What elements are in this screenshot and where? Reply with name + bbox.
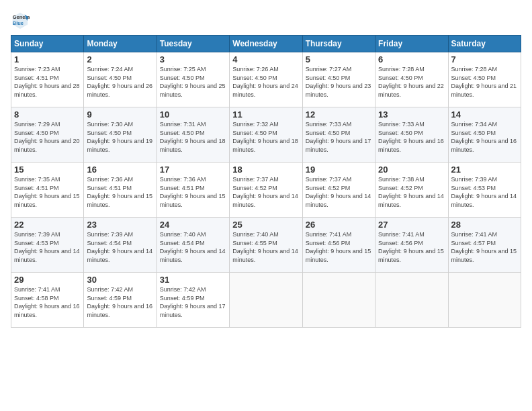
calendar-cell: 26 Sunrise: 7:41 AMSunset: 4:56 PMDaylig…: [302, 218, 375, 273]
calendar-cell: 5 Sunrise: 7:27 AMSunset: 4:50 PMDayligh…: [302, 52, 375, 107]
calendar-week-row: 22 Sunrise: 7:39 AMSunset: 4:53 PMDaylig…: [11, 218, 521, 273]
day-number: 3: [160, 54, 226, 64]
calendar-cell: 17 Sunrise: 7:36 AMSunset: 4:51 PMDaylig…: [157, 163, 229, 218]
day-number: 7: [451, 54, 518, 64]
th-saturday: Saturday: [448, 36, 521, 52]
day-info: Sunrise: 7:31 AMSunset: 4:50 PMDaylight:…: [160, 120, 226, 154]
day-number: 6: [378, 54, 445, 64]
day-info: Sunrise: 7:37 AMSunset: 4:52 PMDaylight:…: [306, 175, 372, 209]
calendar-week-row: 8 Sunrise: 7:29 AMSunset: 4:50 PMDayligh…: [11, 107, 521, 163]
th-wednesday: Wednesday: [230, 36, 302, 52]
calendar-cell: 28 Sunrise: 7:41 AMSunset: 4:57 PMDaylig…: [448, 218, 521, 273]
day-number: 21: [451, 165, 518, 175]
day-info: Sunrise: 7:23 AMSunset: 4:51 PMDaylight:…: [14, 65, 81, 99]
day-info: Sunrise: 7:42 AMSunset: 4:59 PMDaylight:…: [160, 285, 226, 319]
day-number: 4: [232, 54, 299, 64]
calendar-cell: 9 Sunrise: 7:30 AMSunset: 4:50 PMDayligh…: [84, 107, 157, 163]
calendar-cell: [448, 273, 521, 328]
calendar-cell: 31 Sunrise: 7:42 AMSunset: 4:59 PMDaylig…: [157, 273, 229, 328]
calendar-week-row: 29 Sunrise: 7:41 AMSunset: 4:58 PMDaylig…: [11, 273, 521, 328]
day-info: Sunrise: 7:33 AMSunset: 4:50 PMDaylight:…: [306, 120, 372, 154]
calendar-cell: 22 Sunrise: 7:39 AMSunset: 4:53 PMDaylig…: [11, 218, 84, 273]
day-info: Sunrise: 7:37 AMSunset: 4:52 PMDaylight:…: [232, 175, 299, 209]
day-info: Sunrise: 7:28 AMSunset: 4:50 PMDaylight:…: [451, 65, 518, 99]
day-info: Sunrise: 7:38 AMSunset: 4:52 PMDaylight:…: [378, 175, 445, 209]
calendar-cell: 10 Sunrise: 7:31 AMSunset: 4:50 PMDaylig…: [157, 107, 229, 163]
calendar-cell: 18 Sunrise: 7:37 AMSunset: 4:52 PMDaylig…: [230, 163, 302, 218]
calendar-cell: 27 Sunrise: 7:41 AMSunset: 4:56 PMDaylig…: [375, 218, 448, 273]
calendar-cell: 23 Sunrise: 7:39 AMSunset: 4:54 PMDaylig…: [84, 218, 157, 273]
logo-icon: General Blue: [11, 11, 30, 30]
calendar-cell: 4 Sunrise: 7:26 AMSunset: 4:50 PMDayligh…: [230, 52, 302, 107]
day-number: 2: [87, 54, 153, 64]
calendar-cell: 29 Sunrise: 7:41 AMSunset: 4:58 PMDaylig…: [11, 273, 84, 328]
day-info: Sunrise: 7:41 AMSunset: 4:58 PMDaylight:…: [14, 285, 81, 319]
day-info: Sunrise: 7:26 AMSunset: 4:50 PMDaylight:…: [232, 65, 299, 99]
logo: General Blue: [11, 11, 32, 30]
calendar-cell: 1 Sunrise: 7:23 AMSunset: 4:51 PMDayligh…: [11, 52, 84, 107]
calendar-container: General Blue Sunday Monday Tuesday Wedne…: [0, 0, 532, 411]
calendar-cell: 7 Sunrise: 7:28 AMSunset: 4:50 PMDayligh…: [448, 52, 521, 107]
day-info: Sunrise: 7:39 AMSunset: 4:53 PMDaylight:…: [14, 230, 81, 264]
day-number: 29: [14, 275, 81, 285]
day-info: Sunrise: 7:40 AMSunset: 4:55 PMDaylight:…: [232, 230, 299, 264]
calendar-cell: 15 Sunrise: 7:35 AMSunset: 4:51 PMDaylig…: [11, 163, 84, 218]
calendar-cell: 16 Sunrise: 7:36 AMSunset: 4:51 PMDaylig…: [84, 163, 157, 218]
calendar-cell: 11 Sunrise: 7:32 AMSunset: 4:50 PMDaylig…: [230, 107, 302, 163]
day-info: Sunrise: 7:36 AMSunset: 4:51 PMDaylight:…: [160, 175, 226, 209]
svg-text:Blue: Blue: [13, 20, 24, 26]
day-number: 27: [378, 220, 445, 230]
day-number: 15: [14, 165, 81, 175]
day-info: Sunrise: 7:28 AMSunset: 4:50 PMDaylight:…: [378, 65, 445, 99]
day-info: Sunrise: 7:24 AMSunset: 4:50 PMDaylight:…: [87, 65, 153, 99]
day-info: Sunrise: 7:32 AMSunset: 4:50 PMDaylight:…: [232, 120, 299, 154]
day-info: Sunrise: 7:29 AMSunset: 4:50 PMDaylight:…: [14, 120, 81, 154]
day-number: 16: [87, 165, 153, 175]
day-number: 10: [160, 109, 226, 120]
day-number: 30: [87, 275, 153, 285]
calendar-cell: 3 Sunrise: 7:25 AMSunset: 4:50 PMDayligh…: [157, 52, 229, 107]
header: General Blue: [11, 11, 521, 30]
day-number: 5: [306, 54, 372, 64]
calendar-cell: [302, 273, 375, 328]
day-number: 14: [451, 109, 518, 120]
day-info: Sunrise: 7:41 AMSunset: 4:56 PMDaylight:…: [306, 230, 372, 264]
calendar-week-row: 15 Sunrise: 7:35 AMSunset: 4:51 PMDaylig…: [11, 163, 521, 218]
th-friday: Friday: [375, 36, 448, 52]
calendar-cell: 30 Sunrise: 7:42 AMSunset: 4:59 PMDaylig…: [84, 273, 157, 328]
day-number: 23: [87, 220, 153, 230]
day-number: 13: [378, 109, 445, 120]
day-info: Sunrise: 7:40 AMSunset: 4:54 PMDaylight:…: [160, 230, 226, 264]
day-number: 18: [232, 165, 299, 175]
calendar-cell: 2 Sunrise: 7:24 AMSunset: 4:50 PMDayligh…: [84, 52, 157, 107]
day-info: Sunrise: 7:39 AMSunset: 4:53 PMDaylight:…: [451, 175, 518, 209]
day-info: Sunrise: 7:35 AMSunset: 4:51 PMDaylight:…: [14, 175, 81, 209]
calendar-cell: 20 Sunrise: 7:38 AMSunset: 4:52 PMDaylig…: [375, 163, 448, 218]
day-number: 12: [306, 109, 372, 120]
day-info: Sunrise: 7:33 AMSunset: 4:50 PMDaylight:…: [378, 120, 445, 154]
day-number: 9: [87, 109, 153, 120]
calendar-cell: 13 Sunrise: 7:33 AMSunset: 4:50 PMDaylig…: [375, 107, 448, 163]
day-number: 1: [14, 54, 81, 64]
header-row: Sunday Monday Tuesday Wednesday Thursday…: [11, 36, 521, 52]
day-info: Sunrise: 7:30 AMSunset: 4:50 PMDaylight:…: [87, 120, 153, 154]
day-info: Sunrise: 7:25 AMSunset: 4:50 PMDaylight:…: [160, 65, 226, 99]
calendar-cell: 8 Sunrise: 7:29 AMSunset: 4:50 PMDayligh…: [11, 107, 84, 163]
day-info: Sunrise: 7:41 AMSunset: 4:57 PMDaylight:…: [451, 230, 518, 264]
day-number: 20: [378, 165, 445, 175]
calendar-cell: [375, 273, 448, 328]
calendar-cell: 14 Sunrise: 7:34 AMSunset: 4:50 PMDaylig…: [448, 107, 521, 163]
th-monday: Monday: [84, 36, 157, 52]
calendar-cell: 6 Sunrise: 7:28 AMSunset: 4:50 PMDayligh…: [375, 52, 448, 107]
calendar-week-row: 1 Sunrise: 7:23 AMSunset: 4:51 PMDayligh…: [11, 52, 521, 107]
day-number: 25: [232, 220, 299, 230]
th-thursday: Thursday: [302, 36, 375, 52]
day-info: Sunrise: 7:39 AMSunset: 4:54 PMDaylight:…: [87, 230, 153, 264]
calendar-table: Sunday Monday Tuesday Wednesday Thursday…: [11, 35, 521, 328]
day-info: Sunrise: 7:41 AMSunset: 4:56 PMDaylight:…: [378, 230, 445, 264]
day-number: 11: [232, 109, 299, 120]
calendar-cell: 24 Sunrise: 7:40 AMSunset: 4:54 PMDaylig…: [157, 218, 229, 273]
day-number: 31: [160, 275, 226, 285]
th-tuesday: Tuesday: [157, 36, 229, 52]
day-info: Sunrise: 7:34 AMSunset: 4:50 PMDaylight:…: [451, 120, 518, 154]
